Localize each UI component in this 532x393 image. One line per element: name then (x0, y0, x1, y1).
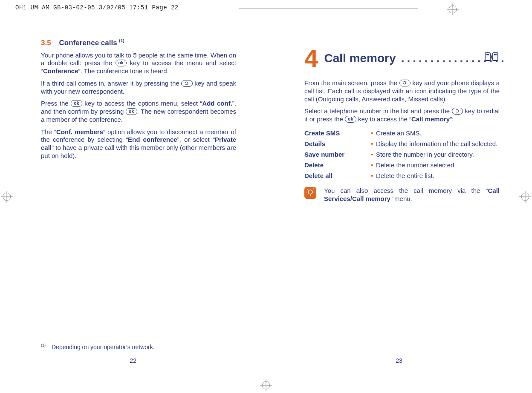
body-paragraph: Press the ok key to access the options m… (41, 100, 236, 123)
section-number: 3.5 (41, 39, 51, 47)
crop-mark-icon (260, 379, 272, 391)
ok-key-icon: ok (345, 116, 356, 123)
body-paragraph: Select a telephone number in the list an… (304, 107, 500, 123)
phone-books-icon (484, 52, 500, 63)
definition-row: Create SMS•Create an SMS. (304, 128, 500, 138)
tip-lightbulb-icon (304, 187, 316, 199)
chapter-number: 4 (304, 46, 318, 71)
ok-key-icon: ok (71, 100, 82, 107)
section-title: Conference calls (59, 39, 119, 47)
bullet-icon: • (368, 170, 376, 181)
body-paragraph: From the main screen, press the Ɔ key an… (304, 79, 500, 103)
definition-term: Delete all (304, 170, 368, 181)
definition-term: Delete (304, 160, 368, 170)
print-header: OH1_UM_AM_GB-03-02-05 3/02/05 17:51 Page… (15, 4, 179, 11)
tip-box: You can also access the call memory via … (304, 187, 500, 203)
definition-term: Create SMS (304, 128, 368, 138)
footnote-marker: (1) (41, 343, 46, 347)
definition-description: Store the number in your directory. (376, 149, 500, 160)
svg-line-22 (313, 189, 314, 189)
page-number: 23 (396, 357, 402, 364)
definition-description: Create an SMS. (376, 128, 500, 138)
bullet-icon: • (368, 149, 376, 160)
ok-key-icon: ok (116, 60, 127, 66)
bullet-icon: • (368, 138, 376, 149)
bullet-icon: • (368, 160, 376, 170)
svg-point-17 (308, 190, 312, 194)
crop-line (239, 9, 418, 9)
footnote: (1)Depending on your operator’s network. (41, 343, 155, 350)
body-paragraph: The “Conf. members” option allows you to… (41, 128, 236, 160)
footnote-ref: (1) (119, 38, 124, 43)
footnote-text: Depending on your operator’s network. (52, 344, 155, 350)
definition-term: Details (304, 138, 368, 149)
svg-rect-13 (486, 54, 489, 55)
section-heading: 3.5 Conference calls (1) (41, 38, 236, 47)
page-left: 3.5 Conference calls (1) Your phone allo… (0, 34, 266, 367)
definition-description: Display the information of the call sele… (376, 138, 500, 149)
ok-key-icon: ok (126, 108, 137, 115)
body-paragraph: Your phone allows you to talk to 5 peopl… (41, 52, 236, 75)
page-spread: 3.5 Conference calls (1) Your phone allo… (0, 34, 532, 367)
crop-mark-icon (447, 3, 459, 15)
call-key-icon: Ɔ (181, 80, 192, 87)
definition-row: Details•Display the information of the c… (304, 138, 500, 149)
chapter-title: Call memory (324, 52, 396, 65)
chapter-heading: 4 Call memory .................. (304, 46, 500, 71)
call-key-icon: Ɔ (399, 80, 411, 86)
svg-line-21 (307, 189, 308, 189)
call-key-icon: Ɔ (452, 108, 463, 115)
tip-text: You can also access the call memory via … (324, 187, 500, 203)
definition-row: Delete•Delete the number selected. (304, 160, 500, 170)
definition-row: Save number•Store the number in your dir… (304, 149, 500, 160)
definition-term: Save number (304, 149, 368, 160)
definition-description: Delete the number selected. (376, 160, 500, 170)
definition-row: Delete all•Delete the entire list. (304, 170, 500, 181)
bullet-icon: • (368, 128, 376, 138)
definition-description: Delete the entire list. (376, 170, 500, 181)
page-number: 22 (130, 357, 136, 364)
body-paragraph: If a third call comes in, answer it by p… (41, 80, 236, 96)
definition-list: Create SMS•Create an SMS.Details•Display… (304, 128, 500, 181)
page-right: 4 Call memory .................. From th… (266, 34, 532, 367)
svg-rect-15 (494, 54, 497, 55)
